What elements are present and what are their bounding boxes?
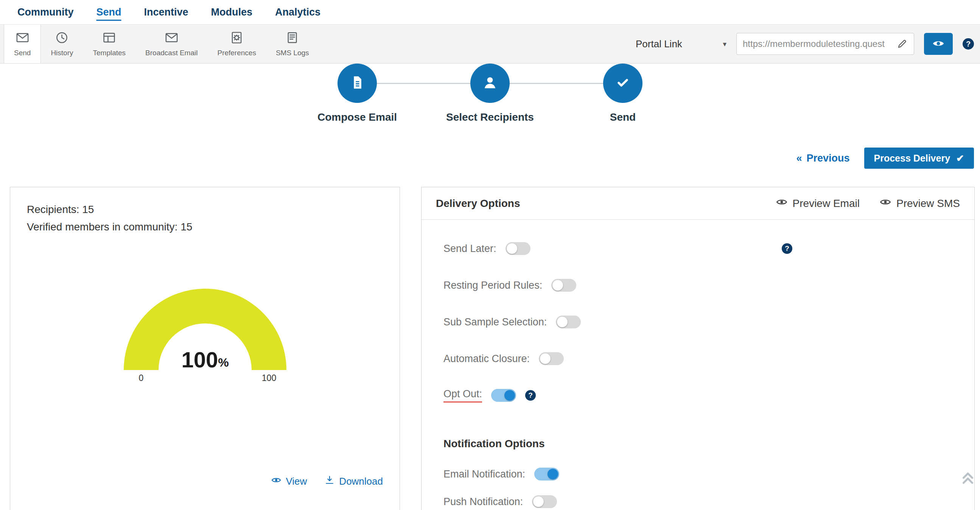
send-later-label: Send Later: — [444, 243, 496, 255]
content-cards: Recipients: 15 Verified members in commu… — [0, 187, 980, 510]
recipients-count: Recipients: 15 — [27, 201, 383, 218]
download-icon — [324, 475, 335, 488]
view-label: View — [286, 475, 307, 487]
toolbar-item-templates[interactable]: Templates — [83, 25, 136, 63]
opt-out-label: Opt Out: — [444, 388, 482, 402]
portal-link-dropdown[interactable]: Portal Link ▾ — [636, 38, 727, 50]
send-later-help-icon[interactable]: ? — [782, 243, 792, 254]
opt-out-toggle[interactable] — [491, 389, 516, 402]
automatic-closure-label: Automatic Closure: — [444, 353, 530, 365]
toolbar: Send History Templates Broadcast Email P… — [0, 24, 980, 64]
nav-item-send[interactable]: Send — [85, 0, 133, 24]
templates-grid-icon — [102, 31, 116, 46]
step-label: Compose Email — [317, 111, 397, 123]
opt-out-help-icon[interactable]: ? — [525, 390, 536, 401]
toolbar-item-label: Preferences — [217, 49, 256, 57]
nav-item-analytics[interactable]: Analytics — [264, 0, 332, 24]
previous-label: Previous — [806, 153, 850, 164]
download-link[interactable]: Download — [324, 475, 383, 488]
preferences-gear-icon — [230, 31, 244, 46]
toolbar-item-broadcast-email[interactable]: Broadcast Email — [135, 25, 207, 63]
check-icon: ✔ — [956, 153, 964, 164]
caret-down-icon: ▾ — [723, 40, 727, 48]
step-send-circle[interactable] — [603, 64, 643, 103]
toggle-knob — [540, 353, 550, 364]
email-notification-label: Email Notification: — [444, 469, 525, 480]
automatic-closure-toggle[interactable] — [539, 352, 564, 365]
previous-link[interactable]: « Previous — [796, 153, 850, 164]
toggle-knob — [547, 469, 558, 479]
preview-email-label: Preview Email — [793, 197, 860, 210]
view-link[interactable]: View — [271, 475, 307, 488]
send-later-toggle[interactable] — [506, 242, 530, 255]
actions-row: « Previous Process Delivery ✔ — [0, 148, 974, 169]
send-stepper: Compose Email Select Recipients Send — [291, 64, 689, 123]
gauge-max-label: 100 — [261, 373, 276, 383]
edit-url-button[interactable] — [894, 36, 911, 52]
delivery-card-header: Delivery Options Preview Email Preview S… — [422, 187, 974, 220]
send-later-row: Send Later: — [444, 240, 959, 257]
process-delivery-button[interactable]: Process Delivery ✔ — [864, 148, 974, 169]
sub-sample-selection-toggle[interactable] — [556, 316, 581, 328]
email-notification-row: Email Notification: — [444, 466, 959, 482]
notification-options-title: Notification Options — [444, 438, 959, 453]
document-list-icon — [285, 31, 299, 46]
envelope-icon — [165, 31, 178, 46]
toggle-knob — [504, 390, 515, 401]
eye-icon — [879, 196, 891, 211]
gauge-actions-row: View Download — [271, 475, 383, 488]
toolbar-item-label: Templates — [93, 49, 126, 57]
step-compose-email: Compose Email — [291, 64, 424, 123]
nav-item-community[interactable]: Community — [6, 0, 85, 24]
preview-portal-button[interactable] — [924, 33, 953, 55]
preview-email-link[interactable]: Preview Email — [776, 196, 860, 211]
page: Community Send Incentive Modules Analyti… — [0, 0, 980, 510]
step-label: Send — [610, 111, 636, 123]
scroll-to-top-button[interactable] — [959, 469, 977, 486]
download-label: Download — [339, 475, 383, 487]
toggle-knob — [552, 280, 563, 291]
step-compose-email-circle[interactable] — [337, 64, 377, 103]
toggle-knob — [507, 243, 517, 254]
eye-icon — [932, 37, 945, 51]
toolbar-item-sms-logs[interactable]: SMS Logs — [266, 25, 319, 63]
preview-sms-label: Preview SMS — [896, 197, 960, 210]
toolbar-item-history[interactable]: History — [41, 25, 83, 63]
toolbar-item-send[interactable]: Send — [4, 25, 41, 63]
toolbar-item-label: Broadcast Email — [145, 49, 197, 57]
toolbar-item-label: History — [51, 49, 73, 57]
push-notification-row: Push Notification: — [444, 493, 959, 510]
toolbar-help-icon[interactable]: ? — [963, 38, 974, 49]
envelope-icon — [16, 31, 30, 46]
portal-link-label: Portal Link — [636, 38, 682, 50]
eye-icon — [776, 196, 788, 211]
double-left-chevron-icon: « — [796, 153, 802, 164]
recipients-card: Recipients: 15 Verified members in commu… — [10, 187, 400, 510]
delivery-options-card: Delivery Options Preview Email Preview S… — [421, 187, 975, 510]
email-notification-toggle[interactable] — [534, 468, 559, 480]
check-icon — [613, 73, 633, 94]
gauge-min-label: 0 — [138, 373, 143, 383]
preview-sms-link[interactable]: Preview SMS — [879, 196, 960, 211]
step-send: Send — [557, 64, 689, 123]
toolbar-item-preferences[interactable]: Preferences — [207, 25, 266, 63]
resting-period-rules-toggle[interactable] — [551, 279, 576, 292]
preview-links: Preview Email Preview SMS — [776, 196, 960, 211]
portal-url-input[interactable] — [743, 38, 890, 49]
user-icon — [480, 73, 500, 94]
delivery-card-body: Send Later: ? Resting Period Rules: Sub … — [422, 220, 974, 510]
toolbar-item-label: SMS Logs — [276, 49, 309, 57]
opt-out-row: Opt Out: ? — [444, 387, 959, 404]
toggle-knob — [533, 496, 544, 507]
pencil-icon — [897, 38, 908, 50]
nav-item-modules[interactable]: Modules — [200, 0, 264, 24]
sub-sample-selection-label: Sub Sample Selection: — [444, 316, 547, 328]
step-select-recipients-circle[interactable] — [470, 64, 510, 103]
history-clock-icon — [55, 31, 69, 46]
document-icon — [347, 73, 367, 94]
chevron-double-up-icon — [959, 469, 977, 487]
eye-icon — [271, 475, 282, 488]
push-notification-toggle[interactable] — [532, 495, 557, 508]
delivery-options-title: Delivery Options — [436, 197, 520, 210]
nav-item-incentive[interactable]: Incentive — [133, 0, 200, 24]
